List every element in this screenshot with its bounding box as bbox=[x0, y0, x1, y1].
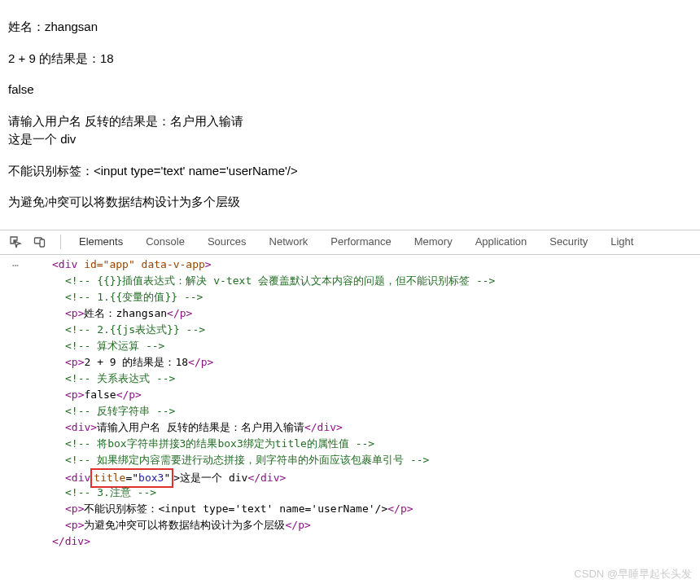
tab-elements[interactable]: Elements bbox=[68, 230, 134, 254]
separator bbox=[60, 235, 61, 249]
code-line[interactable]: <!-- 反转字符串 --> bbox=[31, 403, 700, 419]
code-line[interactable]: <!-- 算术运算 --> bbox=[31, 338, 700, 354]
code-line[interactable]: <!-- 如果绑定内容需要进行动态拼接，则字符串的外面应该包裹单引号 --> bbox=[31, 452, 700, 468]
tab-security[interactable]: Security bbox=[538, 230, 599, 254]
devtools-panel: Elements Console Sources Network Perform… bbox=[0, 230, 700, 551]
tab-network[interactable]: Network bbox=[258, 230, 320, 254]
code-lines[interactable]: <div id="app" data-v-app> <!-- {{}}插值表达式… bbox=[31, 255, 700, 551]
output-divtext: 这是一个 div bbox=[8, 130, 692, 149]
devtools-toolbar: Elements Console Sources Network Perform… bbox=[0, 230, 700, 255]
code-line[interactable]: <!-- 2.{{js表达式}} --> bbox=[31, 322, 700, 338]
tab-console[interactable]: Console bbox=[134, 230, 196, 254]
code-line[interactable]: <!-- 1.{{变量的值}} --> bbox=[31, 289, 700, 305]
inspect-icon[interactable] bbox=[5, 231, 26, 252]
code-line[interactable]: <p>姓名：zhangsan</p> bbox=[31, 305, 700, 322]
code-line[interactable]: </div> bbox=[31, 533, 700, 550]
code-line[interactable]: <!-- 将box字符串拼接3的结果box3绑定为title的属性值 --> bbox=[31, 436, 700, 452]
code-line[interactable]: <!-- 关系表达式 --> bbox=[31, 371, 700, 387]
code-line-title[interactable]: <div title="box3">这是一个 div</div> bbox=[31, 468, 700, 485]
code-line[interactable]: <div id="app" data-v-app> bbox=[31, 257, 700, 273]
elements-code-panel: … <div id="app" data-v-app> <!-- {{}}插值表… bbox=[0, 255, 700, 551]
code-line[interactable]: <p>为避免冲突可以将数据结构设计为多个层级</p> bbox=[31, 517, 700, 533]
code-line[interactable]: <!-- 3.注意 --> bbox=[31, 485, 700, 501]
page-output: 姓名：zhangsan 2 + 9 的结果是：18 false 请输入用户名 反… bbox=[0, 0, 700, 230]
output-input-tag: 不能识别标签：<input type='text' name='userName… bbox=[8, 162, 692, 181]
tab-lighthouse[interactable]: Light bbox=[599, 230, 645, 254]
tab-memory[interactable]: Memory bbox=[403, 230, 464, 254]
output-reverse: 请输入用户名 反转的结果是：名户用入输请 bbox=[8, 112, 692, 131]
tab-performance[interactable]: Performance bbox=[319, 230, 402, 254]
code-line[interactable]: <p>不能识别标签：<input type='text' name='userN… bbox=[31, 501, 700, 517]
output-math: 2 + 9 的结果是：18 bbox=[8, 50, 692, 68]
tab-application[interactable]: Application bbox=[464, 230, 539, 254]
tab-sources[interactable]: Sources bbox=[196, 230, 258, 254]
device-toggle-icon[interactable] bbox=[29, 231, 50, 252]
gutter: … bbox=[0, 255, 31, 551]
output-hierarchy: 为避免冲突可以将数据结构设计为多个层级 bbox=[8, 193, 692, 212]
code-line[interactable]: <p>2 + 9 的结果是：18</p> bbox=[31, 354, 700, 371]
output-bool: false bbox=[8, 81, 692, 99]
code-line[interactable]: <!-- {{}}插值表达式：解决 v-text 会覆盖默认文本内容的问题，但不… bbox=[31, 273, 700, 289]
output-name: 姓名：zhangsan bbox=[8, 18, 692, 37]
code-line[interactable]: <div>请输入用户名 反转的结果是：名户用入输请</div> bbox=[31, 419, 700, 436]
svg-rect-1 bbox=[40, 239, 45, 247]
code-line[interactable]: <p>false</p> bbox=[31, 387, 700, 403]
